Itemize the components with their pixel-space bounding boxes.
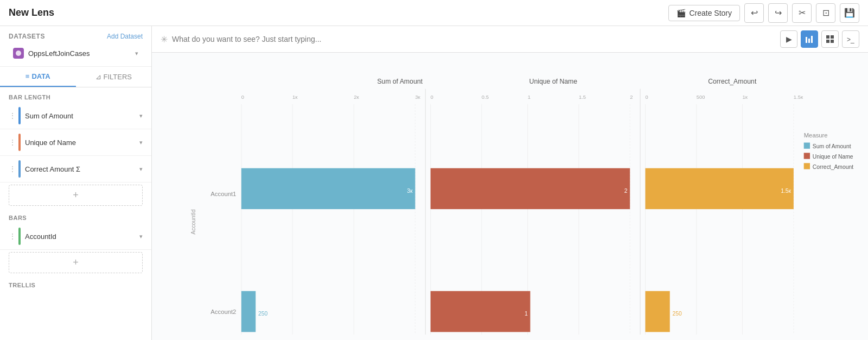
bar-account2-unique-name[interactable] [431, 291, 531, 332]
filters-tab-icon: ⊿ [95, 73, 101, 81]
data-tab-icon: ≡ [25, 72, 30, 80]
measure-color-indicator [18, 160, 21, 178]
svg-rect-52 [804, 153, 810, 159]
svg-text:AccountId: AccountId [190, 209, 196, 234]
dataset-icon [13, 48, 24, 59]
search-input[interactable] [172, 35, 776, 43]
video-icon-button[interactable]: ▶ [780, 30, 797, 48]
measure-color-indicator [18, 107, 21, 124]
svg-text:250: 250 [258, 311, 268, 317]
save-button[interactable]: 💾 [840, 3, 859, 23]
create-story-button[interactable]: 🎬 Create Story [668, 5, 740, 21]
bar-account-id: ⋮ AccountId ▾ [0, 223, 151, 250]
measure-unique-name: ⋮ Unique of Name ▾ [0, 129, 151, 156]
svg-text:Unique of Name: Unique of Name [813, 154, 853, 160]
svg-rect-2 [808, 39, 810, 43]
bar-account2-correct-amount[interactable] [646, 291, 670, 332]
filters-tab-label: FILTERS [104, 73, 132, 81]
svg-rect-50 [804, 143, 810, 149]
svg-text:0: 0 [241, 94, 244, 100]
datasets-label: Datasets [9, 33, 45, 40]
add-bar-button[interactable]: + [9, 252, 143, 273]
chart-svg-container: AccountId Account1 Account2 Sum of Amoun… [152, 53, 868, 340]
chart-toolbar-right: ▶ >_ [780, 30, 859, 48]
svg-rect-3 [811, 36, 813, 43]
tab-filters[interactable]: ⊿ FILTERS [76, 67, 152, 87]
bar-chart-view-button[interactable] [801, 30, 818, 48]
svg-text:Unique of Name: Unique of Name [529, 78, 578, 85]
drag-handle-icon[interactable]: ⋮ [9, 111, 16, 120]
tab-data[interactable]: ≡ DATA [0, 67, 76, 87]
sidebar-tabs: ≡ DATA ⊿ FILTERS [0, 67, 151, 87]
svg-text:1.5: 1.5 [579, 94, 586, 100]
datasets-section: Datasets Add Dataset OppsLeftJoinCases ▾ [0, 26, 151, 67]
redo-icon: ↪ [775, 8, 782, 18]
svg-text:1к: 1к [743, 94, 748, 100]
undo-button[interactable]: ↩ [744, 3, 764, 23]
add-dataset-button[interactable]: Add Dataset [107, 33, 143, 40]
spark-icon: ✳ [161, 34, 168, 45]
sidebar: Datasets Add Dataset OppsLeftJoinCases ▾… [0, 26, 152, 340]
svg-text:>_: >_ [847, 36, 854, 43]
add-measure-button[interactable]: + [9, 185, 143, 206]
svg-text:250: 250 [672, 311, 682, 317]
app-title: New Lens [9, 7, 54, 18]
svg-text:0.5: 0.5 [482, 94, 489, 100]
measure-color-indicator [18, 134, 21, 151]
bar-length-label: Bar Length [0, 87, 151, 103]
svg-text:1: 1 [528, 94, 531, 100]
svg-rect-7 [831, 40, 834, 43]
svg-rect-1 [806, 37, 807, 43]
svg-text:Sum of Amount: Sum of Amount [813, 143, 851, 149]
undo-icon: ↩ [751, 8, 758, 18]
dataset-item[interactable]: OppsLeftJoinCases ▾ [9, 45, 143, 62]
plus-icon: + [73, 190, 79, 201]
drag-handle-icon[interactable]: ⋮ [9, 165, 16, 173]
measure-chevron-icon[interactable]: ▾ [139, 166, 143, 173]
bar-account1-correct-amount[interactable] [646, 168, 794, 209]
chart-content: AccountId Account1 Account2 Sum of Amoun… [152, 53, 868, 340]
svg-point-0 [16, 51, 21, 56]
datasets-header: Datasets Add Dataset [9, 33, 143, 40]
svg-rect-6 [826, 40, 829, 43]
svg-text:2: 2 [624, 188, 628, 194]
chart-toolbar: ✳ ▶ >_ [152, 26, 868, 53]
svg-text:Correct_Amount: Correct_Amount [708, 78, 757, 85]
main-layout: Datasets Add Dataset OppsLeftJoinCases ▾… [0, 26, 868, 340]
svg-text:Account1: Account1 [210, 191, 236, 198]
svg-text:1.5к: 1.5к [781, 188, 791, 194]
header-right: 🎬 Create Story ↩ ↪ ✂ ⊡ 💾 [668, 3, 859, 23]
bar-color-indicator [18, 228, 21, 245]
bar-account1-unique-name[interactable] [431, 168, 630, 209]
measure-chevron-icon[interactable]: ▾ [139, 112, 143, 119]
save-icon: 💾 [844, 8, 855, 18]
cut-button[interactable]: ✂ [792, 3, 812, 23]
svg-rect-54 [804, 163, 810, 169]
bars-label: Bars [0, 208, 151, 223]
svg-text:1: 1 [525, 311, 528, 317]
app-header: New Lens 🎬 Create Story ↩ ↪ ✂ ⊡ 💾 [0, 0, 868, 26]
drag-handle-icon[interactable]: ⋮ [9, 232, 16, 241]
svg-text:Sum of Amount: Sum of Amount [377, 78, 423, 85]
svg-text:Correct_Amount: Correct_Amount [813, 164, 854, 170]
svg-text:0: 0 [431, 94, 433, 100]
grid-view-button[interactable] [821, 30, 839, 48]
svg-text:500: 500 [697, 94, 705, 100]
svg-text:3к: 3к [407, 188, 413, 194]
svg-text:Account2: Account2 [210, 308, 236, 315]
plus-icon: + [73, 257, 79, 268]
measure-name-unique-name: Unique of Name [25, 138, 139, 147]
dataset-name: OppsLeftJoinCases [28, 49, 131, 58]
bar-account1-sum-amount[interactable] [241, 168, 415, 209]
svg-text:2: 2 [630, 94, 633, 100]
bar-account2-sum-amount[interactable] [241, 291, 256, 332]
redo-button[interactable]: ↪ [768, 3, 788, 23]
data-tab-label: DATA [31, 72, 50, 80]
code-view-button[interactable]: >_ [842, 30, 859, 48]
dataset-chevron-icon: ▾ [135, 50, 138, 57]
bar-chevron-icon[interactable]: ▾ [139, 233, 143, 240]
crop-button[interactable]: ⊡ [816, 3, 835, 23]
measure-chevron-icon[interactable]: ▾ [139, 139, 143, 146]
svg-rect-4 [826, 35, 829, 39]
drag-handle-icon[interactable]: ⋮ [9, 138, 16, 147]
